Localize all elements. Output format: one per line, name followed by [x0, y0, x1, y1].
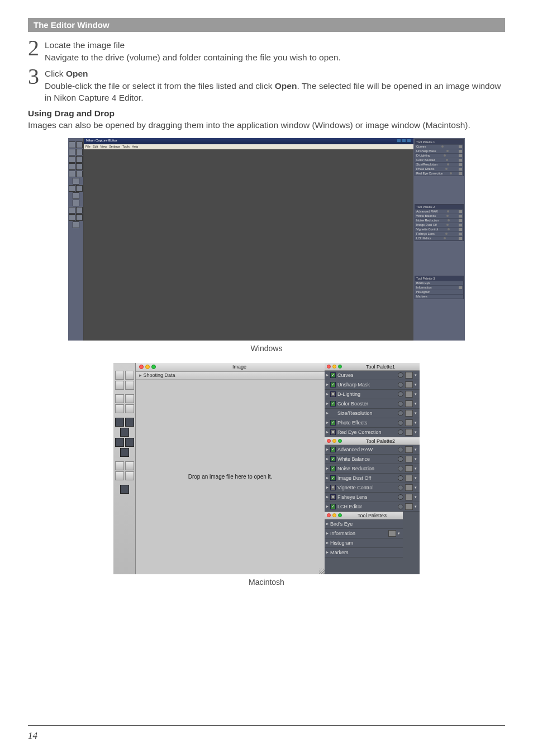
redo-icon[interactable]: [125, 404, 134, 413]
settings-dot-icon[interactable]: [398, 401, 403, 407]
palette-row[interactable]: Curves: [415, 144, 463, 149]
palette-row[interactable]: Color Booster: [415, 158, 463, 162]
palette-row[interactable]: Histogram: [415, 290, 463, 294]
menu-item[interactable]: View: [100, 145, 107, 149]
grid-icon[interactable]: [115, 438, 124, 447]
settings-dot-icon[interactable]: [398, 456, 403, 462]
palette-row[interactable]: Markers: [415, 294, 463, 299]
page-icon[interactable]: [405, 465, 413, 472]
page-icon[interactable]: [388, 530, 396, 537]
tool-button[interactable]: [76, 149, 83, 155]
copy-icon[interactable]: [115, 381, 124, 390]
page-icon[interactable]: [405, 429, 413, 436]
crop-icon[interactable]: [115, 418, 124, 427]
tool-button[interactable]: [69, 207, 75, 214]
page-icon[interactable]: [405, 381, 413, 388]
tool-button[interactable]: [76, 214, 83, 221]
palette-row[interactable]: White Balance: [415, 214, 463, 218]
print-icon[interactable]: [115, 394, 124, 403]
tool-button[interactable]: [69, 185, 75, 192]
palette-row[interactable]: Information: [415, 285, 463, 290]
settings-dot-icon[interactable]: [398, 475, 403, 481]
menu-item[interactable]: File: [85, 145, 91, 149]
hand-icon[interactable]: [120, 428, 129, 437]
palette-row[interactable]: ▸Histogram: [325, 538, 403, 548]
page-icon[interactable]: [405, 456, 413, 462]
palette-row[interactable]: ▸✓LCH Editor▾: [325, 502, 420, 512]
page-icon[interactable]: [405, 446, 413, 453]
tool-button[interactable]: [76, 141, 83, 148]
settings-dot-icon[interactable]: [398, 485, 403, 490]
page-icon[interactable]: [405, 410, 413, 417]
tool-button[interactable]: [76, 207, 83, 214]
settings-dot-icon[interactable]: [398, 504, 403, 509]
page-icon[interactable]: [405, 484, 413, 491]
palette-row[interactable]: ▸Markers: [325, 548, 403, 557]
palette-row[interactable]: ▸✕Red Eye Correction▾: [325, 428, 420, 437]
window-controls[interactable]: [397, 139, 411, 144]
palette-row[interactable]: ▸✓Noise Reduction▾: [325, 464, 420, 474]
palette-row[interactable]: Image Dust Off: [415, 223, 463, 227]
page-icon[interactable]: [405, 503, 413, 510]
settings-dot-icon[interactable]: [398, 429, 403, 435]
palette-row[interactable]: Advanced RAW: [415, 209, 463, 214]
palette-row[interactable]: Photo Effects: [415, 167, 463, 171]
settings-dot-icon[interactable]: [398, 382, 403, 388]
tool-button[interactable]: [73, 178, 79, 185]
tool-button[interactable]: [76, 156, 83, 163]
tool-button[interactable]: [69, 149, 75, 155]
page-icon[interactable]: [405, 475, 413, 481]
palette-row[interactable]: Size/Resolution: [415, 162, 463, 167]
palette-row[interactable]: Bird's Eye: [415, 281, 463, 285]
save-icon[interactable]: [125, 371, 134, 380]
traffic-lights[interactable]: [139, 365, 156, 369]
palette-row[interactable]: ▸✕Fisheye Lens▾: [325, 493, 420, 502]
tool-button[interactable]: [76, 171, 83, 177]
paste-icon[interactable]: [125, 381, 134, 390]
tool-button[interactable]: [76, 163, 83, 170]
print-preview-icon[interactable]: [125, 394, 134, 403]
palette-row[interactable]: ▸✓White Balance▾: [325, 455, 420, 464]
page-icon[interactable]: [405, 391, 413, 398]
tool-button[interactable]: [73, 192, 79, 199]
menu-item[interactable]: Tools: [122, 145, 130, 149]
page-icon[interactable]: [405, 400, 413, 407]
settings-dot-icon[interactable]: [398, 494, 403, 500]
zoom-icon[interactable]: [125, 418, 134, 427]
palette-row[interactable]: ▸✓Photo Effects▾: [325, 418, 420, 428]
rotate-icon[interactable]: [125, 438, 134, 447]
tool-button[interactable]: [73, 200, 79, 206]
open-icon[interactable]: [115, 371, 124, 380]
menu-item[interactable]: Settings: [109, 145, 120, 149]
palette-row[interactable]: ▸Bird's Eye: [325, 519, 403, 529]
palette-row[interactable]: Noise Reduction: [415, 218, 463, 223]
mac-canvas[interactable]: Drop an image file here to open it.: [136, 380, 325, 574]
settings-dot-icon[interactable]: [398, 391, 403, 397]
globe-icon[interactable]: [125, 461, 134, 470]
palette-row[interactable]: ▸Information▾: [325, 529, 403, 538]
palette-row[interactable]: ▸✓Image Dust Off▾: [325, 474, 420, 483]
tool-button[interactable]: [73, 221, 79, 228]
page-icon[interactable]: [405, 419, 413, 426]
settings-dot-icon[interactable]: [398, 447, 403, 452]
undo-icon[interactable]: [115, 404, 124, 413]
tool-button[interactable]: [76, 185, 83, 192]
batch-icon[interactable]: [120, 448, 129, 457]
palette-row[interactable]: Fisheye Lens: [415, 231, 463, 236]
page-icon[interactable]: [405, 372, 413, 379]
win-menubar[interactable]: File Edit View Settings Tools Help: [84, 144, 413, 149]
palette-row[interactable]: ▸✕D-Lighting▾: [325, 390, 420, 399]
tool-button[interactable]: [69, 156, 75, 163]
palette-row[interactable]: ▸✓Color Booster▾: [325, 399, 420, 409]
settings-dot-icon[interactable]: [398, 372, 403, 378]
palette-row[interactable]: ▸✕Vignette Control▾: [325, 483, 420, 493]
adjust-icon[interactable]: [115, 471, 124, 480]
palette-row[interactable]: Red Eye Correction: [415, 171, 463, 176]
menu-item[interactable]: Help: [132, 145, 138, 149]
palette-row[interactable]: ▸✓Advanced RAW▾: [325, 445, 420, 455]
mac-shooting-data[interactable]: ▸ Shooting Data: [136, 372, 325, 380]
palette-row[interactable]: Vignette Control: [415, 227, 463, 231]
palette-row[interactable]: Unsharp Mask: [415, 149, 463, 153]
palette-row[interactable]: ▸✓Curves▾: [325, 371, 420, 380]
menu-item[interactable]: Edit: [93, 145, 98, 149]
